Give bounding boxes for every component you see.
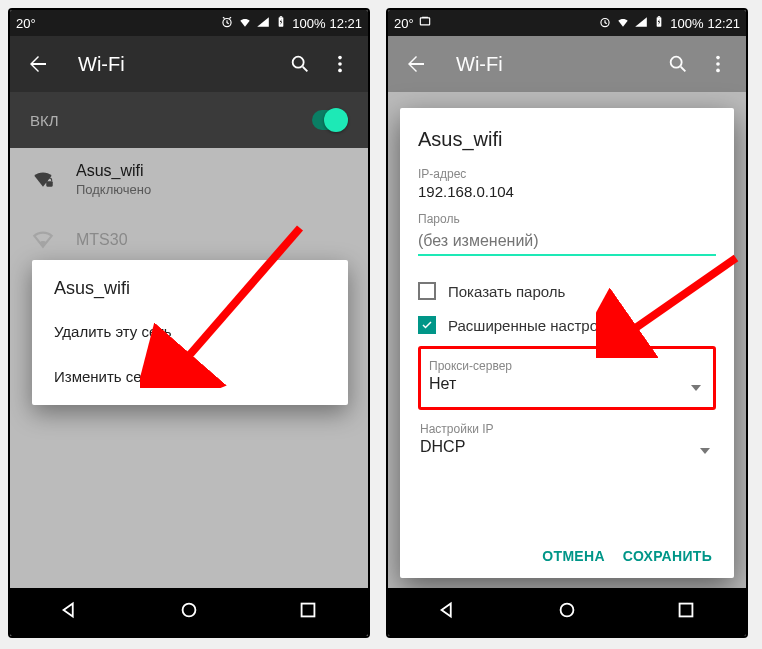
navigation-bar <box>388 588 746 636</box>
svg-point-6 <box>338 69 342 73</box>
status-temperature: 20° <box>394 16 414 31</box>
wifi-toggle-label: ВКЛ <box>30 112 59 129</box>
svg-point-19 <box>561 604 574 617</box>
svg-point-3 <box>293 57 304 68</box>
overflow-menu-button[interactable] <box>320 44 360 84</box>
signal-icon <box>256 15 270 32</box>
password-input[interactable] <box>418 226 716 256</box>
svg-rect-20 <box>680 604 693 617</box>
svg-point-5 <box>338 62 342 66</box>
ip-address-label: IP-адрес <box>418 167 716 181</box>
proxy-dropdown[interactable]: Прокси-сервер Нет <box>427 353 707 401</box>
alarm-icon <box>220 15 234 32</box>
navigation-bar <box>10 588 368 636</box>
ip-address-value: 192.168.0.104 <box>418 183 716 200</box>
show-password-row[interactable]: Показать пароль <box>418 274 716 308</box>
status-bar: 20° 100% 12:21 <box>10 10 368 36</box>
dialog-actions: ОТМЕНА СОХРАНИТЬ <box>418 538 716 570</box>
search-button[interactable] <box>280 44 320 84</box>
checkbox-checked-icon <box>418 316 436 334</box>
annotation-highlight: Прокси-сервер Нет <box>418 346 716 410</box>
svg-rect-11 <box>422 16 428 17</box>
wifi-toggle-row[interactable]: ВКЛ <box>10 92 368 148</box>
checkbox-unchecked-icon <box>418 282 436 300</box>
chevron-down-icon <box>691 385 701 391</box>
save-button[interactable]: СОХРАНИТЬ <box>623 548 712 564</box>
nav-back-icon[interactable] <box>59 599 81 625</box>
nav-home-icon[interactable] <box>178 599 200 625</box>
search-button[interactable] <box>658 44 698 84</box>
status-temperature: 20° <box>16 16 36 31</box>
wifi-switch[interactable] <box>312 110 348 130</box>
proxy-value: Нет <box>429 375 705 393</box>
svg-rect-10 <box>420 17 429 24</box>
nav-back-icon[interactable] <box>437 599 459 625</box>
page-title: Wi-Fi <box>456 53 658 76</box>
svg-rect-2 <box>280 16 282 17</box>
nav-recents-icon[interactable] <box>675 599 697 625</box>
proxy-label: Прокси-сервер <box>429 359 705 373</box>
show-password-label: Показать пароль <box>448 283 565 300</box>
screenshot-icon <box>418 15 432 32</box>
svg-rect-14 <box>658 16 660 17</box>
back-button[interactable] <box>18 44 58 84</box>
page-title: Wi-Fi <box>78 53 280 76</box>
battery-icon <box>274 15 288 32</box>
svg-point-18 <box>716 69 720 73</box>
advanced-label: Расширенные настройки <box>448 317 621 334</box>
wifi-status-icon <box>238 15 252 32</box>
advanced-row[interactable]: Расширенные настройки <box>418 308 716 342</box>
nav-recents-icon[interactable] <box>297 599 319 625</box>
battery-icon <box>652 15 666 32</box>
context-menu-title: Asus_wifi <box>32 278 348 309</box>
forget-network-item[interactable]: Удалить эту сеть <box>32 309 348 354</box>
alarm-icon <box>598 15 612 32</box>
svg-point-15 <box>671 57 682 68</box>
password-label: Пароль <box>418 212 716 226</box>
svg-point-4 <box>338 56 342 60</box>
status-battery-pct: 100% <box>292 16 325 31</box>
dialog-title: Asus_wifi <box>418 128 716 151</box>
status-battery-pct: 100% <box>670 16 703 31</box>
svg-point-8 <box>183 604 196 617</box>
network-context-menu: Asus_wifi Удалить эту сеть Изменить сеть <box>32 260 348 405</box>
svg-point-16 <box>716 56 720 60</box>
app-bar: Wi-Fi <box>388 36 746 92</box>
chevron-down-icon <box>700 448 710 454</box>
ip-settings-dropdown[interactable]: Настройки IP DHCP <box>418 416 716 464</box>
ip-settings-value: DHCP <box>420 438 714 456</box>
back-button[interactable] <box>396 44 436 84</box>
status-time: 12:21 <box>329 16 362 31</box>
status-bar: 20° 100% 12:21 <box>388 10 746 36</box>
cancel-button[interactable]: ОТМЕНА <box>542 548 604 564</box>
app-bar: Wi-Fi <box>10 36 368 92</box>
modify-network-item[interactable]: Изменить сеть <box>32 354 348 399</box>
phone-right: 20° 100% 12:21 Wi-Fi <box>386 8 748 638</box>
svg-point-17 <box>716 62 720 66</box>
ip-settings-label: Настройки IP <box>420 422 714 436</box>
svg-rect-9 <box>302 604 315 617</box>
edit-network-dialog: Asus_wifi IP-адрес 192.168.0.104 Пароль … <box>400 108 734 578</box>
nav-home-icon[interactable] <box>556 599 578 625</box>
phone-left: 20° 100% 12:21 Wi-Fi <box>8 8 370 638</box>
signal-icon <box>634 15 648 32</box>
wifi-status-icon <box>616 15 630 32</box>
status-time: 12:21 <box>707 16 740 31</box>
overflow-menu-button[interactable] <box>698 44 738 84</box>
